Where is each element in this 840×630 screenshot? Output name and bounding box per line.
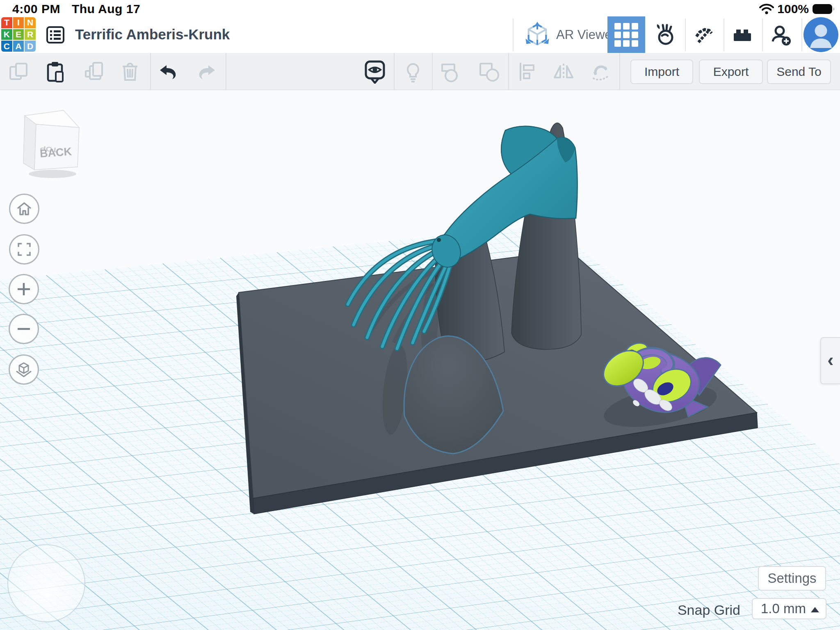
status-date: Thu Aug 17 [72, 2, 140, 16]
mirror-icon [553, 61, 574, 82]
wifi-icon [759, 3, 774, 15]
group-icon [441, 61, 462, 82]
home-icon [16, 201, 32, 217]
logo-tile: I [13, 17, 24, 28]
view-cube[interactable]: TOP BACK [16, 103, 90, 180]
design-menu-button[interactable] [44, 20, 66, 50]
snap-grid-dropdown[interactable]: 1.0 mm [752, 598, 826, 619]
logo-tile: C [1, 41, 12, 52]
fit-view-button[interactable] [9, 234, 39, 265]
lightbulb-icon [402, 60, 424, 83]
ruler-magnet-icon [589, 61, 611, 82]
ar-viewer-button[interactable]: AR Viewer [524, 20, 616, 50]
ungroup-button[interactable] [475, 57, 504, 87]
zoom-out-button[interactable] [9, 314, 39, 344]
show-all-icon [363, 60, 386, 84]
tinkercad-logo[interactable]: T I N K E R C A D [1, 17, 36, 52]
edit-toolbar: Import Export Send To [0, 53, 840, 90]
undo-icon [158, 61, 180, 82]
import-button[interactable]: Import [630, 59, 693, 84]
divider [513, 18, 514, 51]
divider [801, 18, 802, 51]
minecraft-export-button[interactable] [692, 20, 715, 50]
divider [394, 53, 395, 89]
redo-icon [195, 61, 217, 82]
add-person-button[interactable] [769, 20, 792, 50]
send-to-button[interactable]: Send To [767, 59, 831, 84]
logo-tile: A [13, 41, 24, 52]
show-all-button[interactable] [360, 57, 390, 87]
delete-button[interactable] [115, 57, 145, 87]
divider [724, 18, 724, 51]
logo-tile: N [25, 17, 36, 28]
divider [508, 53, 509, 89]
logo-tile: D [25, 41, 36, 52]
fit-view-icon [16, 241, 32, 258]
snap-grid-value: 1.0 mm [761, 601, 806, 616]
ruler-button[interactable] [585, 57, 615, 87]
divider [762, 18, 763, 51]
brick-export-button[interactable] [731, 20, 754, 50]
snap-grid-label: Snap Grid [673, 602, 740, 618]
paste-icon [44, 61, 66, 82]
align-icon [517, 61, 539, 82]
copy-icon [8, 61, 29, 82]
list-icon [46, 26, 65, 44]
light-button[interactable] [398, 57, 428, 87]
zoom-in-icon [16, 281, 32, 297]
divider [685, 18, 686, 51]
home-view-button[interactable] [9, 194, 39, 224]
lego-brick-icon [731, 24, 753, 46]
group-button[interactable] [436, 57, 466, 87]
chevron-left-icon: ‹ [827, 349, 833, 371]
ortho-view-icon [15, 361, 33, 379]
battery-percent: 100% [777, 2, 809, 16]
logo-tile: T [1, 17, 12, 28]
scribble-hand-icon [654, 23, 676, 47]
logo-tile: K [1, 29, 12, 40]
status-bar: 4:00 PMThu Aug 17 100% [0, 0, 840, 16]
app-header: T I N K E R C A D Terrific Amberis-Krunk [0, 16, 840, 53]
tinkercad-app: 4:00 PMThu Aug 17 100% T I N K E R C A [0, 0, 840, 630]
divider [150, 53, 151, 89]
divider [619, 53, 620, 89]
export-button[interactable]: Export [699, 59, 763, 84]
workplane-wrap [0, 0, 840, 630]
grid-view-icon [614, 23, 638, 47]
redo-button[interactable] [191, 57, 221, 87]
zoom-in-button[interactable] [9, 274, 39, 304]
logo-tile: E [13, 29, 24, 40]
status-time-date: 4:00 PMThu Aug 17 [12, 2, 152, 16]
minecraft-pickaxe-icon [693, 24, 715, 46]
copy-button[interactable] [4, 57, 33, 87]
scribble-button[interactable] [654, 20, 677, 50]
undo-button[interactable] [154, 57, 184, 87]
mirror-button[interactable] [549, 57, 578, 87]
panel-toggle[interactable]: ‹ [820, 337, 840, 384]
caret-up-icon [811, 607, 819, 612]
divider [226, 53, 226, 89]
orbit-joystick[interactable] [7, 544, 85, 622]
view-cube-back-label: BACK [39, 145, 72, 160]
avatar[interactable] [803, 17, 838, 52]
add-person-icon [769, 23, 792, 46]
logo-tile: R [25, 29, 36, 40]
paste-button[interactable] [40, 57, 70, 87]
trash-icon [119, 61, 141, 82]
workplane-grid[interactable] [0, 225, 840, 630]
align-button[interactable] [513, 57, 543, 87]
ar-cube-icon [524, 21, 550, 49]
zoom-out-icon [16, 321, 32, 337]
settings-button[interactable]: Settings [758, 566, 826, 591]
duplicate-icon [83, 61, 105, 82]
ungroup-icon [479, 61, 500, 82]
ar-viewer-label: AR Viewer [556, 27, 616, 42]
grid-view-button[interactable] [607, 16, 645, 53]
ortho-view-button[interactable] [9, 354, 39, 385]
duplicate-button[interactable] [79, 57, 109, 87]
battery-icon [812, 3, 836, 15]
status-time: 4:00 PM [12, 2, 60, 16]
divider [432, 53, 433, 89]
page-title: Terrific Amberis-Krunk [75, 26, 230, 43]
